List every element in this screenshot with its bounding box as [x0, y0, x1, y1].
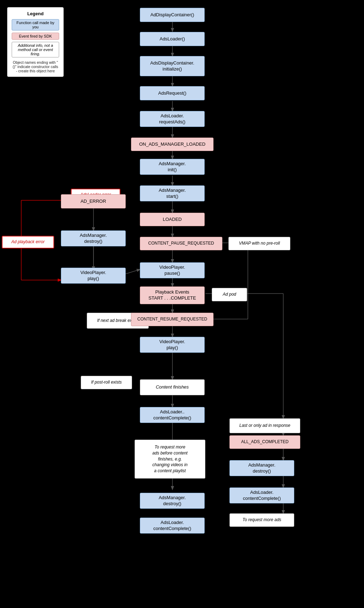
diagram-container: Legend Function call made by you Event f…: [0, 0, 364, 608]
legend-blue-label: Function call made by you: [12, 19, 59, 30]
node-contentPauseRequested: CONTENT_PAUSE_REQUESTED: [140, 237, 222, 250]
node-adsLoader: AdsLoader(): [140, 32, 205, 46]
node-adsRequest: AdsRequest(): [140, 86, 205, 100]
node-adError: AD_ERROR: [61, 194, 126, 208]
node-videoPlayerPlay1: VideoPlayer. play(): [61, 268, 126, 284]
legend-white-label: Additional info, not a method call or ev…: [12, 42, 59, 57]
node-allAdsCompleted: ALL_ADS_COMPLETED: [229, 435, 300, 449]
node-adsLoaderContentComplete2: AdsLoader. contentComplete(): [229, 487, 294, 503]
node-adsManagerDestroy2: AdsManager. destroy(): [229, 460, 294, 476]
node-playbackEvents: Playback Events START . . .COMPLETE: [140, 286, 205, 304]
node-videoPlayerPause: VideoPlayer. pause(): [140, 262, 205, 278]
node-ifPostRoll: If post-roll exists: [81, 376, 132, 389]
node-adsLoaderContentComplete3: AdsLoader. contentComplete(): [140, 518, 205, 534]
node-adDisplayContainer: AdDisplayContainer(): [140, 8, 205, 22]
node-adsManagerDestroy3: AdsManager. destroy(): [140, 493, 205, 509]
node-videoPlayerPlay2: VideoPlayer. play(): [140, 337, 205, 353]
node-adsManagerStart: AdsManager. start(): [140, 185, 205, 201]
node-adsLoaderContentComplete1: AdsLoader.. contentComplete(): [140, 407, 205, 423]
node-onAdsManagerLoaded: ON_ADS_MANAGER_LOADED: [131, 138, 214, 151]
legend: Legend Function call made by you Event f…: [7, 7, 64, 77]
node-toRequestMoreAds: To request more ads: [229, 513, 294, 527]
node-contentFinishes: Content finishes: [140, 379, 205, 395]
node-vmapNoPre: VMAP with no pre-roll: [228, 237, 290, 250]
node-lastOrOnly: Last or only ad in response: [229, 418, 300, 433]
node-contentResumeRequested: CONTENT_RESUME_REQUESTED: [131, 313, 214, 326]
legend-title: Legend: [12, 11, 59, 16]
node-adsManagerDestroy1: AdsManager. destroy(): [61, 230, 126, 246]
legend-item-white: Additional info, not a method call or ev…: [12, 42, 59, 57]
node-adPlaybackError: Ad playback error: [2, 236, 54, 249]
node-adsLoaderRequestAds: AdsLoader. requestAds(): [140, 111, 205, 127]
legend-item-pink: Event fired by SDK: [12, 33, 59, 40]
legend-pink-label: Event fired by SDK: [12, 33, 59, 40]
node-loaded: LOADED: [140, 213, 205, 226]
legend-item-blue: Function call made by you: [12, 19, 59, 30]
node-toRequestMore: To request more ads before content finis…: [135, 440, 205, 479]
node-adsDisplayContainerInit: AdsDisplayContainer. initialize(): [140, 56, 205, 76]
legend-note: Object names ending with "()" indicate c…: [12, 60, 59, 73]
node-adPod: Ad pod: [212, 288, 247, 301]
node-adsManagerInit: AdsManager. init(): [140, 159, 205, 175]
